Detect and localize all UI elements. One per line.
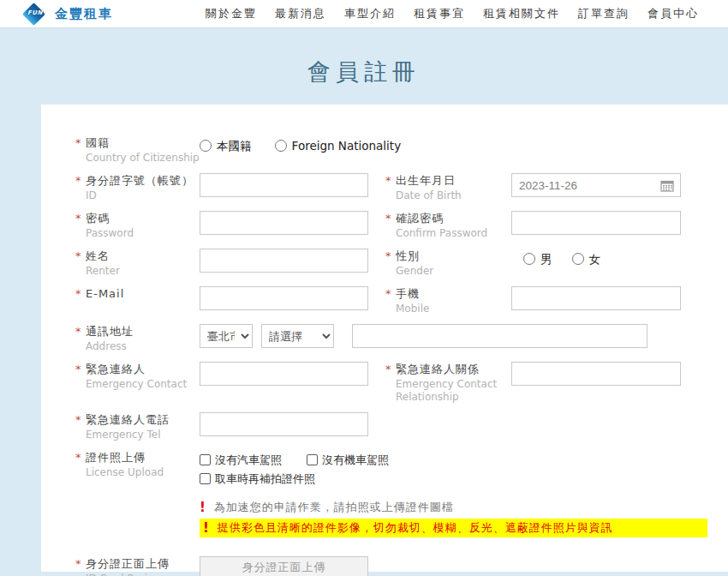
mobile-input[interactable] bbox=[511, 286, 681, 310]
no-car-license-option[interactable]: 沒有汽車駕照 bbox=[200, 453, 282, 466]
photo-at-pickup-option[interactable]: 取車時再補拍證件照 bbox=[200, 472, 315, 485]
nationality-label: * 國籍 Country of Citizenship bbox=[75, 135, 200, 165]
upload-notice-2-highlighted: ! 提供彩色且清晰的證件影像，切勿裁切、模糊、反光、遮蔽證件照片與資訊 bbox=[200, 519, 707, 537]
confirm-password-label: * 確認密碼 Confirm Password bbox=[385, 211, 511, 240]
gender-male-option[interactable]: 男 bbox=[523, 252, 552, 266]
address-district-select[interactable]: 請選擇 bbox=[261, 324, 334, 348]
email-input[interactable] bbox=[200, 286, 368, 310]
row-email-mobile: * E-Mail * 手機 Mobile bbox=[75, 286, 707, 315]
nationality-domestic-option[interactable]: 本國籍 bbox=[200, 139, 252, 153]
no-motorcycle-license-checkbox[interactable] bbox=[307, 454, 318, 465]
license-upload-options: 沒有汽車駕照 沒有機車駕照 取車時再補拍證件照 bbox=[200, 450, 409, 488]
row-license-upload: * 證件照上傳 License Upload 沒有汽車駕照 沒有機車駕照 取車時… bbox=[75, 450, 707, 488]
row-emergency-tel: * 緊急連絡人電話 Emergency Tel bbox=[75, 412, 707, 441]
name-label: * 姓名 Renter bbox=[75, 249, 200, 278]
nationality-domestic-radio[interactable] bbox=[200, 140, 212, 152]
gender-male-radio[interactable] bbox=[523, 253, 535, 265]
nav-item-rental-info[interactable]: 租賃事宜 bbox=[412, 3, 467, 25]
gender-options: 男 女 bbox=[511, 249, 681, 267]
password-label: * 密碼 Password bbox=[75, 211, 200, 240]
brand-name[interactable]: 金豐租車 bbox=[55, 6, 113, 22]
photo-at-pickup-checkbox[interactable] bbox=[200, 473, 211, 484]
email-label: * E-Mail bbox=[75, 286, 200, 303]
row-password: * 密碼 Password * 確認密碼 Confirm Password bbox=[75, 211, 707, 240]
row-address: * 通訊地址 Address 臺北市 請選擇 bbox=[75, 324, 707, 353]
dob-field bbox=[511, 173, 681, 197]
nationality-foreign-option[interactable]: Foreign Nationality bbox=[275, 139, 402, 153]
nav-item-news[interactable]: 最新消息 bbox=[273, 3, 328, 25]
no-motorcycle-license-option[interactable]: 沒有機車駕照 bbox=[307, 453, 389, 466]
id-label: * 身分證字號（帳號） ID bbox=[75, 173, 200, 202]
name-input[interactable] bbox=[200, 249, 368, 273]
exclamation-icon: ! bbox=[203, 520, 209, 536]
id-front-upload-button[interactable]: 身分證正面上傳 bbox=[200, 556, 368, 576]
address-street-input[interactable] bbox=[352, 324, 647, 348]
nav-item-member-center[interactable]: 會員中心 bbox=[646, 3, 701, 25]
dob-label: * 出生年月日 Date of Birth bbox=[385, 173, 511, 202]
emergency-relationship-input[interactable] bbox=[511, 362, 681, 386]
row-name-gender: * 姓名 Renter * 性別 Gender 男 女 bbox=[75, 249, 707, 278]
nav-item-models[interactable]: 車型介紹 bbox=[343, 3, 397, 25]
calendar-icon[interactable] bbox=[660, 179, 674, 192]
id-input[interactable] bbox=[200, 173, 368, 197]
registration-form-card: * 國籍 Country of Citizenship 本國籍 Foreign … bbox=[41, 105, 728, 572]
emergency-tel-label: * 緊急連絡人電話 Emergency Tel bbox=[75, 412, 200, 441]
mobile-label: * 手機 Mobile bbox=[385, 286, 511, 315]
gender-female-option[interactable]: 女 bbox=[572, 252, 601, 266]
row-id-front-upload: * 身分證正面上傳 ID Card Posive 身分證正面上傳 證件上傳說明 bbox=[75, 556, 707, 576]
exclamation-icon: ! bbox=[200, 500, 206, 515]
emergency-contact-label: * 緊急連絡人 Emergency Contact bbox=[75, 362, 200, 391]
dob-input[interactable] bbox=[512, 174, 649, 196]
confirm-password-input[interactable] bbox=[511, 211, 681, 235]
nationality-options: 本國籍 Foreign Nationality bbox=[200, 135, 420, 154]
gender-female-radio[interactable] bbox=[572, 253, 584, 265]
nationality-foreign-radio[interactable] bbox=[275, 140, 287, 152]
nav-item-about[interactable]: 關於金豐 bbox=[204, 3, 259, 25]
emergency-relationship-label: * 緊急連絡人關係 Emergency Contact Relationship bbox=[385, 362, 511, 404]
main-nav: 關於金豐 最新消息 車型介紹 租賃事宜 租賃相關文件 訂單查詢 會員中心 bbox=[204, 3, 701, 25]
row-emergency-contact: * 緊急連絡人 Emergency Contact * 緊急連絡人關係 Emer… bbox=[75, 362, 707, 404]
password-input[interactable] bbox=[200, 211, 368, 235]
upload-notice-1: ! 為加速您的申請作業，請拍照或上傳證件圖檔 bbox=[200, 500, 707, 515]
nav-item-order-query[interactable]: 訂單查詢 bbox=[576, 3, 631, 25]
top-nav-bar: FUN 金豐租車 關於金豐 最新消息 車型介紹 租賃事宜 租賃相關文件 訂單查詢… bbox=[0, 0, 728, 28]
license-upload-label: * 證件照上傳 License Upload bbox=[75, 450, 200, 479]
gender-label: * 性別 Gender bbox=[385, 249, 511, 278]
brand-logo-icon[interactable]: FUN bbox=[21, 3, 50, 25]
no-car-license-checkbox[interactable] bbox=[200, 454, 211, 465]
emergency-contact-input[interactable] bbox=[200, 362, 368, 386]
page-title: 會員註冊 bbox=[0, 57, 728, 87]
id-front-label: * 身分證正面上傳 ID Card Posive bbox=[75, 556, 200, 576]
emergency-tel-input[interactable] bbox=[200, 412, 368, 436]
row-id-dob: * 身分證字號（帳號） ID * 出生年月日 Date of Birth bbox=[75, 173, 707, 202]
logo-text: FUN bbox=[21, 9, 49, 16]
id-front-upload-area: 身分證正面上傳 證件上傳說明 bbox=[200, 556, 368, 576]
row-nationality: * 國籍 Country of Citizenship 本國籍 Foreign … bbox=[75, 135, 707, 165]
address-city-select[interactable]: 臺北市 bbox=[200, 324, 253, 348]
address-label: * 通訊地址 Address bbox=[75, 324, 200, 353]
nav-item-rental-docs[interactable]: 租賃相關文件 bbox=[481, 3, 562, 25]
